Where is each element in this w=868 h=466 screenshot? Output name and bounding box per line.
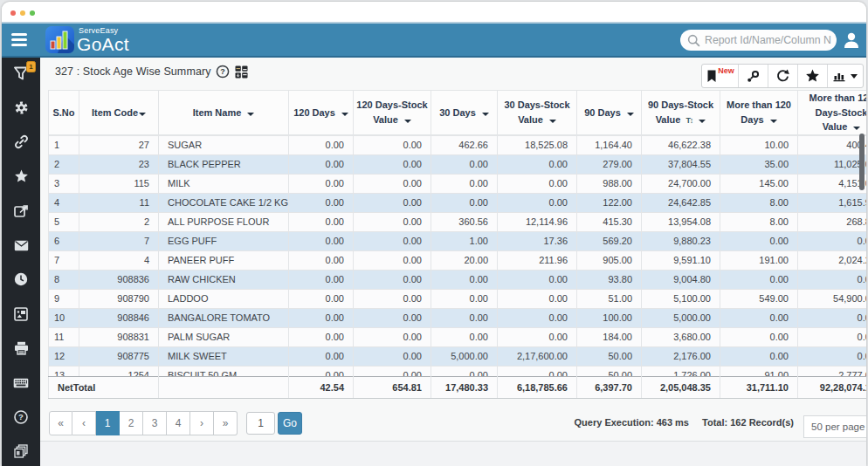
report-title-row: 327 : Stock Age Wise Summary ? <box>40 58 866 90</box>
cell: 115 <box>79 174 159 193</box>
link-nodes-button[interactable] <box>739 65 768 87</box>
bar-chart-icon <box>833 70 847 82</box>
image-box-icon <box>14 307 28 321</box>
cell: 0.00 <box>289 250 354 270</box>
bookmark-button[interactable]: New <box>702 65 739 87</box>
cell: 908846 <box>79 308 159 327</box>
column-header-item-code[interactable]: Item Code <box>79 91 159 135</box>
cell: 13 <box>49 366 79 376</box>
column-header-90-days[interactable]: 90 Days <box>577 91 642 135</box>
cell: 0.00 <box>354 193 431 212</box>
cell: MILK <box>159 174 289 193</box>
cell: 46,622.38 <box>642 135 720 154</box>
goto-page-input[interactable] <box>246 412 275 435</box>
cell: 400.40 <box>798 135 867 154</box>
close-window-button[interactable] <box>10 10 16 16</box>
page-button-page-3[interactable]: 3 <box>143 411 167 435</box>
cell: 1,615.90 <box>798 193 867 212</box>
cell: 0.00 <box>289 346 354 366</box>
search-icon <box>687 34 700 47</box>
cell: 0.00 <box>289 212 354 231</box>
refresh-button[interactable] <box>768 65 798 87</box>
column-header-30-days-stock-value[interactable]: 30 Days-Stock Value <box>498 91 577 135</box>
filter-count-badge: 1 <box>26 61 36 72</box>
column-header-more-than-120-days-stock-value[interactable]: More than 120Days-StockValue <box>798 91 867 135</box>
cell: 184.00 <box>577 327 642 346</box>
column-header-s-no: S.No <box>49 91 79 135</box>
net-total-value: 42.54 <box>289 376 354 398</box>
cell: 0.00 <box>289 308 354 327</box>
refresh-icon <box>775 69 790 84</box>
cell: 0.00 <box>289 193 354 212</box>
bookmark-icon <box>706 70 717 83</box>
page-button-next[interactable]: › <box>190 411 214 435</box>
sidebar-item-clock[interactable] <box>2 266 40 292</box>
sidebar-item-share-box[interactable] <box>2 198 40 224</box>
cell: 51.00 <box>577 289 642 308</box>
cell: 569.20 <box>577 231 642 250</box>
column-header-30-days[interactable]: 30 Days <box>431 91 498 135</box>
report-toolbar: New <box>701 64 864 88</box>
sidebar-item-gear[interactable] <box>2 94 40 120</box>
sidebar-item-windows-stack[interactable] <box>2 438 40 464</box>
page-button-last[interactable]: » <box>214 411 238 435</box>
page-button-first[interactable]: « <box>49 411 72 435</box>
sorted-indicator-icon: T↕ <box>685 116 692 125</box>
column-header-item-name[interactable]: Item Name <box>159 91 289 135</box>
sidebar-item-help[interactable]: ? <box>2 404 40 430</box>
page-size-select[interactable]: 50 per page <box>803 415 866 438</box>
sidebar-item-star[interactable] <box>2 163 40 189</box>
cell: 0.00 <box>498 193 577 212</box>
sort-caret-icon <box>853 127 860 130</box>
cell: 268.80 <box>798 212 867 231</box>
report-grid-layout-icon[interactable] <box>235 65 248 79</box>
cell: 0.00 <box>498 289 577 308</box>
sort-caret-icon <box>699 120 706 123</box>
svg-text:?: ? <box>18 412 24 421</box>
menu-hamburger-icon[interactable] <box>11 33 27 46</box>
net-total-value: 17,480.33 <box>431 376 498 398</box>
cell: 10 <box>49 308 79 327</box>
cell: 360.56 <box>431 212 498 231</box>
go-button[interactable]: Go <box>278 412 302 435</box>
sidebar-item-printer[interactable] <box>2 335 40 361</box>
pager: «‹1234›» <box>49 411 238 435</box>
report-help-icon[interactable]: ? <box>216 65 230 79</box>
sort-caret-icon <box>341 113 348 116</box>
vertical-scrollbar-thumb[interactable] <box>859 134 865 190</box>
link-nodes-icon <box>746 69 761 84</box>
page-button-page-2[interactable]: 2 <box>120 411 143 435</box>
page-button-page-1[interactable]: 1 <box>96 411 120 435</box>
search-input[interactable] <box>705 34 831 46</box>
maximize-window-button[interactable] <box>30 10 35 16</box>
favorite-button[interactable] <box>798 65 828 87</box>
cell: 0.00 <box>798 270 867 289</box>
sidebar-item-keyboard[interactable] <box>2 370 40 396</box>
page-button-page-4[interactable]: 4 <box>167 411 190 435</box>
cell: 7 <box>49 250 79 270</box>
sort-caret-icon <box>404 120 411 123</box>
column-header-120-days-stock-value[interactable]: 120 Days-Stock Value <box>354 91 431 135</box>
chart-type-button[interactable] <box>828 65 863 87</box>
cell: 908831 <box>79 327 159 346</box>
cell: MILK SWEET <box>159 346 289 366</box>
page-button-prev[interactable]: ‹ <box>72 411 96 435</box>
sort-caret-icon <box>770 120 777 123</box>
sidebar-item-image-box[interactable] <box>2 301 40 327</box>
user-profile-icon[interactable] <box>842 31 861 50</box>
cell: 0.00 <box>431 174 498 193</box>
cell: 2,024.20 <box>798 250 867 270</box>
sidebar-item-link[interactable] <box>2 129 40 155</box>
table-rows-viewport[interactable]: 127SUGAR0.000.00462.6618,525.081,164.404… <box>48 135 866 376</box>
sidebar-item-mail[interactable] <box>2 232 40 258</box>
table-row: 223BLACK PEPPER0.000.000.000.00279.0037,… <box>49 154 867 174</box>
sidebar-item-filter[interactable]: 1 <box>2 60 40 86</box>
cell: 0.00 <box>798 327 867 346</box>
column-header-90-days-stock-value[interactable]: 90 Days-Stock ValueT↕ <box>642 91 720 135</box>
cell: 0.00 <box>354 327 431 346</box>
minimize-window-button[interactable] <box>20 10 25 16</box>
column-header-120-days[interactable]: 120 Days <box>289 91 354 135</box>
cell: 0.00 <box>354 308 431 327</box>
column-header-more-than-120-days[interactable]: More than 120 Days <box>720 91 798 135</box>
new-badge: New <box>718 66 734 75</box>
